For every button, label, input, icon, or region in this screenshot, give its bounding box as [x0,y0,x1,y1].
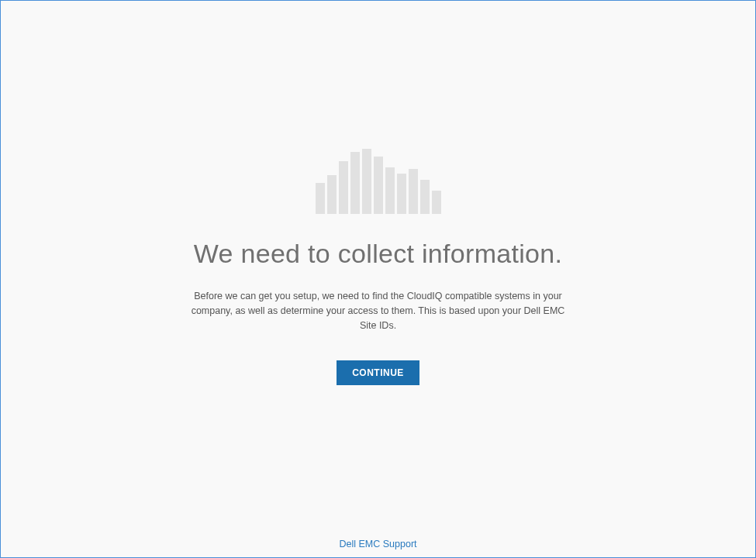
cloud-bar [409,169,418,214]
cloud-bar [432,191,441,214]
cloud-bar [420,180,430,214]
cloud-bar [350,152,360,214]
cloud-bar [374,157,383,214]
cloud-bar [385,167,395,214]
cloud-bar [397,174,406,214]
page-heading: We need to collect information. [194,239,562,269]
content-area: We need to collect information. Before w… [1,1,755,385]
continue-button[interactable]: CONTINUE [337,360,419,385]
main-frame: We need to collect information. Before w… [0,0,756,558]
cloud-bar [339,161,348,214]
cloud-bar [362,149,371,214]
cloud-bar [316,183,325,214]
page-description: Before we can get you setup, we need to … [188,289,568,332]
cloud-bar [327,175,337,214]
support-link[interactable]: Dell EMC Support [339,539,416,549]
cloud-bars-icon [316,144,441,214]
